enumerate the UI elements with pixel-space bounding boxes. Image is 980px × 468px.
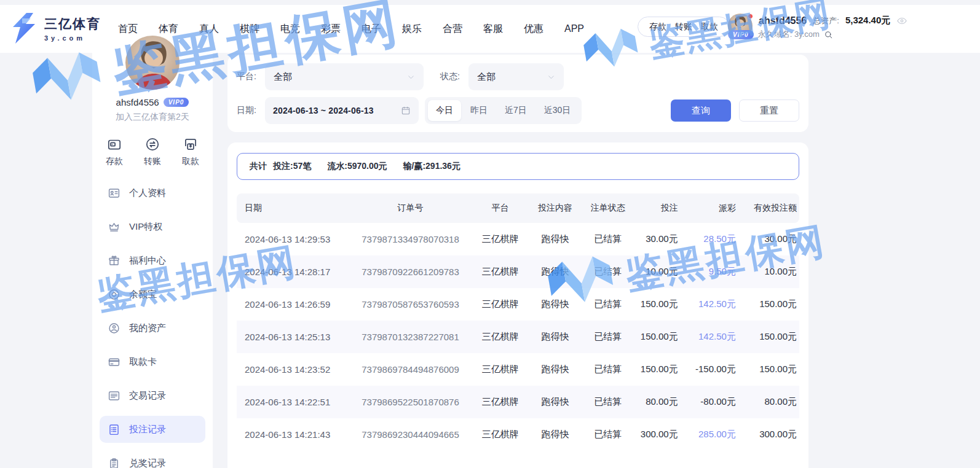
col-payout: 派彩: [681, 203, 738, 214]
logo-bolt-icon: [10, 12, 38, 44]
cell-date: 2024-06-13 14:29:53: [237, 234, 349, 244]
cell-payout: 9.50元: [681, 266, 738, 278]
sidebar-item-bet-records[interactable]: 投注记录: [100, 416, 205, 443]
nav-item-app[interactable]: APP: [564, 23, 584, 34]
search-button[interactable]: 查询: [671, 99, 731, 122]
nav-item-home[interactable]: 首页: [118, 23, 138, 36]
calendar-icon[interactable]: [401, 106, 411, 115]
cell-platform: 三亿棋牌: [472, 396, 529, 408]
cell-payout: 142.50元: [681, 298, 738, 310]
status-value: 全部: [477, 71, 496, 83]
col-valid: 有效投注额: [738, 203, 799, 214]
cell-bet: 150.00元: [634, 298, 680, 310]
cell-status: 已结算: [581, 331, 634, 343]
cell-order: 7379870132387227081: [349, 332, 471, 342]
sidebar-item-transactions[interactable]: 交易记录: [100, 382, 205, 409]
platform-select[interactable]: 全部: [265, 63, 424, 90]
summary-total-label: 共计: [250, 161, 267, 172]
sidebar-item-yuebao[interactable]: 余额宝: [100, 281, 205, 308]
profile-avatar[interactable]: [124, 34, 181, 91]
cell-date: 2024-06-13 14:22:51: [237, 397, 349, 407]
summary-turnover: 流水:5970.00元: [327, 161, 387, 172]
nav-item-lottery[interactable]: 彩票: [321, 23, 341, 36]
nav-item-promo[interactable]: 优惠: [524, 23, 543, 36]
profile-vip-badge: VIP0: [164, 98, 189, 107]
cell-platform: 三亿棋牌: [472, 233, 529, 245]
date-range-value: 2024-06-13 ~ 2024-06-13: [273, 106, 374, 115]
assets-label: 总资产:: [813, 15, 839, 26]
summary-bets: 投注:57笔: [273, 161, 311, 172]
cell-payout: -80.00元: [681, 396, 738, 408]
cell-status: 已结算: [581, 364, 634, 375]
table-row: 2024-06-13 14:29:53 7379871334978070318 …: [237, 223, 799, 255]
nav-item-partner[interactable]: 合营: [443, 23, 462, 36]
cell-platform: 三亿棋牌: [472, 364, 529, 375]
cell-platform: 三亿棋牌: [472, 298, 529, 310]
sidebar-item-profile[interactable]: 个人资料: [100, 179, 205, 206]
sidebar-item-label: 投注记录: [129, 424, 166, 435]
quick-action-deposit[interactable]: 存款: [106, 136, 123, 167]
platform-label: 平台:: [237, 71, 265, 82]
quick-action-transfer[interactable]: 转账: [144, 136, 161, 167]
table-row: 2024-06-13 14:23:52 7379869784494876009 …: [237, 353, 799, 386]
sidebar-item-redeem-records[interactable]: 兑奖记录: [100, 450, 205, 468]
table-row: 2024-06-13 14:25:13 7379870132387227081 …: [237, 321, 799, 353]
sidebar-item-vip[interactable]: VIP特权: [100, 213, 205, 240]
cell-valid: 150.00元: [738, 331, 799, 343]
cell-valid: 10.00元: [738, 266, 799, 278]
wallet-icon: [106, 136, 122, 152]
cell-bet: 300.00元: [634, 429, 680, 440]
search-icon[interactable]: [824, 30, 833, 39]
col-platform: 平台: [472, 203, 529, 214]
col-date: 日期: [237, 203, 349, 214]
range-7days-button[interactable]: 近7日: [497, 100, 535, 121]
nav-item-service[interactable]: 客服: [483, 23, 503, 36]
nav-item-chess[interactable]: 棋牌: [240, 23, 259, 36]
withdraw-link[interactable]: 取款: [701, 21, 718, 33]
nav-item-live[interactable]: 真人: [199, 23, 219, 36]
gift-icon: [108, 254, 121, 267]
deposit-link[interactable]: 存款: [649, 21, 666, 33]
status-select[interactable]: 全部: [468, 63, 564, 90]
cell-status: 已结算: [581, 396, 634, 408]
nav-item-slots[interactable]: 电子: [362, 23, 381, 36]
range-yesterday-button[interactable]: 昨日: [462, 100, 496, 121]
sidebar-item-withdraw-card[interactable]: 取款卡: [100, 348, 205, 375]
chevron-down-icon: [547, 73, 555, 81]
sidebar-item-welfare[interactable]: 福利中心: [100, 247, 205, 274]
username: ahsfd4556: [759, 15, 807, 26]
site-logo[interactable]: 三亿体育 3y.com: [10, 12, 101, 44]
quick-actions: 存款 转账 取款: [92, 136, 213, 167]
sidebar-item-label: 取款卡: [129, 356, 157, 368]
status-label: 状态:: [440, 71, 468, 82]
date-range-input[interactable]: 2024-06-13 ~ 2024-06-13: [265, 97, 419, 124]
table-row: 2024-06-13 14:26:59 7379870587653760593 …: [237, 288, 799, 321]
sidebar-menu: 个人资料 VIP特权 福利中心 余额宝 我的资产 取款卡 交易记录 投注记录: [92, 179, 213, 468]
profile-username: ahsfd4556: [116, 97, 159, 107]
range-30days-button[interactable]: 近30日: [536, 100, 579, 121]
cell-order: 7379871334978070318: [349, 234, 471, 244]
cell-content: 跑得快: [529, 266, 581, 278]
cell-date: 2024-06-13 14:25:13: [237, 332, 349, 342]
cell-platform: 三亿棋牌: [472, 429, 529, 440]
reset-button[interactable]: 重置: [739, 99, 799, 122]
cell-content: 跑得快: [529, 396, 581, 408]
cell-valid: 30.00元: [738, 233, 799, 245]
cell-platform: 三亿棋牌: [472, 266, 529, 278]
sidebar-item-label: 我的资产: [129, 322, 166, 334]
cell-payout: 285.00元: [681, 429, 738, 440]
transfer-link[interactable]: 转账: [675, 21, 692, 33]
bet-records-icon: [108, 423, 121, 436]
range-today-button[interactable]: 今日: [428, 100, 461, 121]
quick-action-label: 取款: [182, 156, 199, 167]
cell-order: 7379869522501870876: [349, 397, 471, 407]
nav-item-entertainment[interactable]: 娱乐: [402, 23, 422, 36]
vip-badge: VIP0: [728, 30, 754, 39]
quick-range-group: 今日 昨日 近7日 近30日: [425, 97, 582, 124]
quick-action-withdraw[interactable]: 取款: [182, 136, 199, 167]
eye-icon[interactable]: [896, 15, 907, 26]
sidebar-item-assets[interactable]: 我的资产: [100, 314, 205, 341]
nav-item-esports[interactable]: 电竞: [280, 23, 300, 36]
nav-item-sports[interactable]: 体育: [159, 23, 178, 36]
summary-winloss: 输/赢:291.36元: [403, 161, 460, 172]
